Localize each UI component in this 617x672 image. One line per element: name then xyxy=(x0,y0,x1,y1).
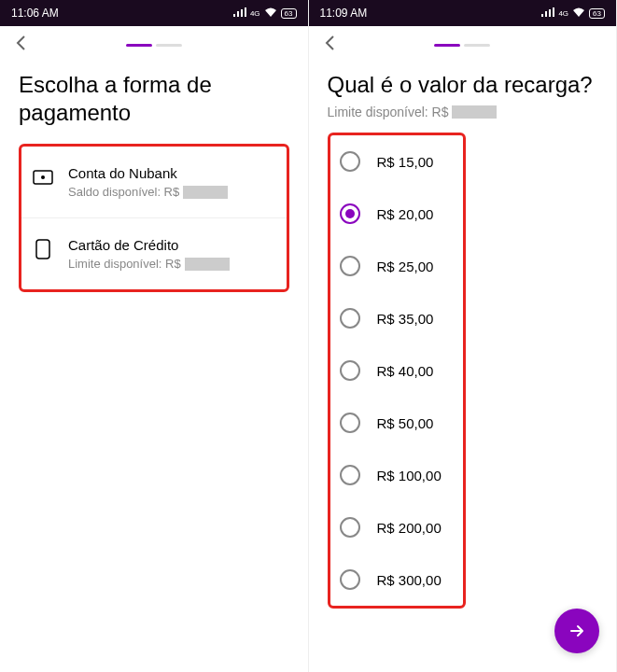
nav-bar xyxy=(0,26,308,63)
amount-option[interactable]: R$ 25,00 xyxy=(330,240,463,292)
progress-indicator xyxy=(434,44,490,47)
amount-option[interactable]: R$ 15,00 xyxy=(330,135,463,188)
svg-rect-0 xyxy=(233,14,235,17)
status-time: 11:09 AM xyxy=(320,7,368,20)
status-icons: 4G 63 xyxy=(541,7,605,19)
amount-label: R$ 40,00 xyxy=(377,363,434,379)
signal-icon xyxy=(233,7,246,19)
lte-label: 4G xyxy=(558,9,568,18)
battery-icon: 63 xyxy=(589,8,605,19)
card-icon xyxy=(33,239,53,259)
svg-rect-3 xyxy=(245,7,246,17)
signal-icon xyxy=(541,7,554,19)
svg-rect-7 xyxy=(541,14,543,17)
amount-option[interactable]: R$ 100,00 xyxy=(330,449,463,501)
content-right: Qual é o valor da recarga? Limite dispon… xyxy=(309,63,617,616)
page-title: Escolha a forma de pagamento xyxy=(19,71,289,127)
amount-label: R$ 300,00 xyxy=(377,572,442,588)
nav-bar xyxy=(309,26,617,63)
radio-icon xyxy=(340,308,360,329)
lte-label: 4G xyxy=(250,9,260,18)
svg-rect-6 xyxy=(36,240,49,259)
svg-rect-1 xyxy=(237,11,239,17)
payment-subtitle: Saldo disponível: R$ xyxy=(68,185,228,199)
amount-label: R$ 200,00 xyxy=(377,520,442,536)
amount-option[interactable]: R$ 200,00 xyxy=(330,501,463,553)
payment-option-nubank[interactable]: Conta do Nubank Saldo disponível: R$ xyxy=(21,147,287,218)
amount-option[interactable]: R$ 50,00 xyxy=(330,397,463,449)
radio-icon xyxy=(340,203,360,224)
amount-label: R$ 25,00 xyxy=(377,259,434,274)
wifi-icon xyxy=(572,7,585,19)
amount-option[interactable]: R$ 20,00 xyxy=(330,188,463,240)
radio-icon xyxy=(340,151,360,172)
status-time: 11:06 AM xyxy=(11,7,59,20)
radio-icon xyxy=(340,517,360,538)
redacted-limit xyxy=(452,105,497,119)
svg-rect-9 xyxy=(549,9,551,17)
radio-icon xyxy=(340,465,360,485)
progress-step-2 xyxy=(156,44,182,47)
amount-option[interactable]: R$ 40,00 xyxy=(330,344,463,397)
amount-label: R$ 20,00 xyxy=(377,206,434,222)
progress-indicator xyxy=(126,44,182,47)
redacted-limit xyxy=(185,258,230,271)
amount-label: R$ 35,00 xyxy=(377,311,434,327)
phone-right: 11:09 AM 4G 63 Qual é o valor da recarga… xyxy=(309,0,618,672)
radio-icon xyxy=(340,360,360,381)
amount-option[interactable]: R$ 300,00 xyxy=(330,553,463,606)
svg-point-5 xyxy=(41,175,45,179)
radio-icon xyxy=(340,569,360,590)
status-bar: 11:06 AM 4G 63 xyxy=(0,0,308,26)
content-left: Escolha a forma de pagamento Conta do Nu… xyxy=(0,63,308,300)
svg-rect-2 xyxy=(241,9,243,17)
radio-icon xyxy=(340,413,360,433)
payment-subtitle: Limite disponível: R$ xyxy=(68,257,230,271)
amount-option[interactable]: R$ 35,00 xyxy=(330,292,463,344)
progress-step-1 xyxy=(126,44,152,47)
progress-step-2 xyxy=(464,44,490,47)
account-icon xyxy=(33,167,53,188)
back-button[interactable] xyxy=(15,35,26,56)
status-icons: 4G 63 xyxy=(233,7,297,19)
status-bar: 11:09 AM 4G 63 xyxy=(309,0,617,26)
battery-icon: 63 xyxy=(281,8,297,19)
phone-left: 11:06 AM 4G 63 Escolha a forma de pagame… xyxy=(0,0,309,672)
svg-rect-10 xyxy=(553,7,554,17)
svg-rect-8 xyxy=(545,11,547,17)
redacted-balance xyxy=(183,186,228,199)
payment-option-credit[interactable]: Cartão de Crédito Limite disponível: R$ xyxy=(21,218,287,289)
page-title: Qual é o valor da recarga? xyxy=(328,71,598,99)
highlight-box-payment: Conta do Nubank Saldo disponível: R$ Car… xyxy=(19,144,289,292)
wifi-icon xyxy=(264,7,277,19)
payment-title: Conta do Nubank xyxy=(68,165,228,181)
amount-label: R$ 15,00 xyxy=(377,154,434,170)
amount-label: R$ 100,00 xyxy=(377,468,442,483)
page-subtitle: Limite disponível: R$ xyxy=(328,105,598,119)
progress-step-1 xyxy=(434,44,460,47)
next-button[interactable] xyxy=(554,609,599,653)
amount-label: R$ 50,00 xyxy=(377,415,434,431)
radio-icon xyxy=(340,256,360,276)
back-button[interactable] xyxy=(324,35,335,56)
highlight-box-amounts: R$ 15,00R$ 20,00R$ 25,00R$ 35,00R$ 40,00… xyxy=(328,133,466,609)
payment-title: Cartão de Crédito xyxy=(68,237,230,253)
